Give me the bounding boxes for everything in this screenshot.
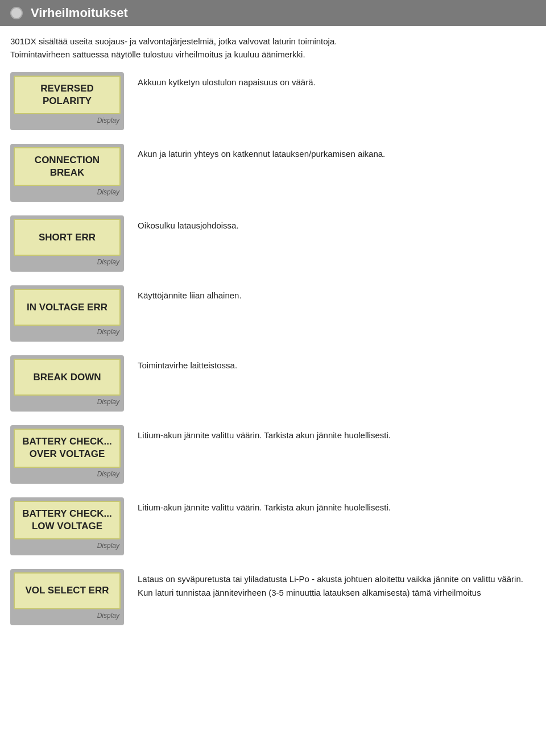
display-box-inner-short-err: SHORT ERR bbox=[14, 219, 121, 256]
display-label-connection-break: Display bbox=[14, 188, 121, 196]
display-box-outer-vol-select-err: VOL SELECT ERRDisplay bbox=[10, 569, 124, 625]
error-label-break-down: BREAK DOWN bbox=[34, 371, 101, 384]
display-box-outer-short-err: SHORT ERRDisplay bbox=[10, 215, 124, 272]
display-label-battery-check-over: Display bbox=[14, 470, 121, 478]
display-label-vol-select-err: Display bbox=[14, 612, 121, 620]
header-bar: Virheilmoitukset bbox=[0, 0, 546, 26]
description-short-err: Oikosulku latausjohdoissa. bbox=[138, 215, 536, 232]
header-circle-icon bbox=[10, 7, 23, 19]
error-label-connection-break: CONNECTION BREAK bbox=[35, 154, 100, 179]
display-box-inner-reversed-polarity: REVERSED POLARITY bbox=[14, 76, 121, 114]
error-label-vol-select-err: VOL SELECT ERR bbox=[25, 584, 109, 597]
error-section-in-voltage-err: IN VOLTAGE ERRDisplayKäyttöjännite liian… bbox=[0, 280, 546, 347]
description-break-down: Toimintavirhe laitteistossa. bbox=[138, 355, 536, 372]
display-box-inner-in-voltage-err: IN VOLTAGE ERR bbox=[14, 289, 121, 326]
display-label-reversed-polarity: Display bbox=[14, 117, 121, 124]
error-label-battery-check-low: BATTERY CHECK... LOW VOLTAGE bbox=[22, 508, 111, 533]
display-box-inner-battery-check-over: BATTERY CHECK... OVER VOLTAGE bbox=[14, 429, 121, 467]
error-section-reversed-polarity: REVERSED POLARITYDisplayAkkuun kytketyn … bbox=[0, 67, 546, 136]
display-box-outer-battery-check-over: BATTERY CHECK... OVER VOLTAGEDisplay bbox=[10, 425, 124, 483]
display-box-outer-reversed-polarity: REVERSED POLARITYDisplay bbox=[10, 72, 124, 130]
display-box-inner-vol-select-err: VOL SELECT ERR bbox=[14, 572, 121, 609]
intro-line2: Toimintavirheen sattuessa näytölle tulos… bbox=[10, 48, 536, 61]
display-box-outer-connection-break: CONNECTION BREAKDisplay bbox=[10, 144, 124, 202]
display-box-outer-break-down: BREAK DOWNDisplay bbox=[10, 355, 124, 412]
display-label-break-down: Display bbox=[14, 398, 121, 406]
intro-section: 301DX sisältää useita suojaus- ja valvon… bbox=[0, 35, 546, 67]
error-section-break-down: BREAK DOWNDisplayToimintavirhe laitteist… bbox=[0, 350, 546, 417]
error-label-in-voltage-err: IN VOLTAGE ERR bbox=[27, 301, 107, 314]
description-in-voltage-err: Käyttöjännite liian alhainen. bbox=[138, 285, 536, 302]
description-battery-check-low: Litium-akun jännite valittu väärin. Tark… bbox=[138, 497, 536, 514]
display-label-short-err: Display bbox=[14, 258, 121, 266]
error-label-battery-check-over: BATTERY CHECK... OVER VOLTAGE bbox=[22, 435, 111, 460]
display-label-in-voltage-err: Display bbox=[14, 328, 121, 336]
error-section-connection-break: CONNECTION BREAKDisplayAkun ja laturin y… bbox=[0, 138, 546, 207]
error-label-reversed-polarity: REVERSED POLARITY bbox=[22, 82, 113, 107]
description-battery-check-over: Litium-akun jännite valittu väärin. Tark… bbox=[138, 425, 536, 442]
error-section-short-err: SHORT ERRDisplayOikosulku latausjohdoiss… bbox=[0, 210, 546, 277]
page-title: Virheilmoitukset bbox=[31, 6, 128, 20]
error-label-short-err: SHORT ERR bbox=[39, 231, 96, 244]
display-box-outer-battery-check-low: BATTERY CHECK... LOW VOLTAGEDisplay bbox=[10, 497, 124, 555]
intro-line1: 301DX sisältää useita suojaus- ja valvon… bbox=[10, 35, 536, 48]
description-connection-break: Akun ja laturin yhteys on katkennut lata… bbox=[138, 144, 536, 161]
display-box-inner-connection-break: CONNECTION BREAK bbox=[14, 147, 121, 186]
display-box-inner-break-down: BREAK DOWN bbox=[14, 359, 121, 396]
error-section-battery-check-low: BATTERY CHECK... LOW VOLTAGEDisplayLitiu… bbox=[0, 492, 546, 561]
description-reversed-polarity: Akkuun kytketyn ulostulon napaisuus on v… bbox=[138, 72, 536, 89]
description-vol-select-err: Lataus on syväpuretusta tai yliladatusta… bbox=[138, 569, 536, 600]
display-label-battery-check-low: Display bbox=[14, 542, 121, 550]
error-section-battery-check-over: BATTERY CHECK... OVER VOLTAGEDisplayLiti… bbox=[0, 419, 546, 489]
error-section-vol-select-err: VOL SELECT ERRDisplayLataus on syväpuret… bbox=[0, 563, 546, 631]
display-box-outer-in-voltage-err: IN VOLTAGE ERRDisplay bbox=[10, 285, 124, 342]
display-box-inner-battery-check-low: BATTERY CHECK... LOW VOLTAGE bbox=[14, 501, 121, 539]
